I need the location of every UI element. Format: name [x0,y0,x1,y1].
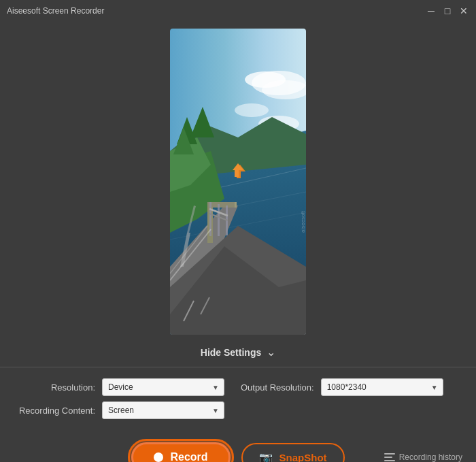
svg-text:aiseesoft: aiseesoft [300,210,306,233]
recording-content-label: Recording Content: [14,406,95,416]
history-lines-icon [384,453,395,461]
record-button[interactable]: Record [131,442,230,462]
svg-rect-26 [218,204,220,236]
output-resolution-select-wrapper[interactable]: 1080*2340 720*1560 1440*3040 [321,378,443,396]
window-controls: ─ □ ✕ [426,5,469,16]
phone-preview: aiseesoft [170,29,306,335]
recording-content-select-wrapper[interactable]: Screen Audio Webcam [102,401,224,419]
output-resolution-label: Output Resolution: [241,382,314,393]
settings-panel: Resolution: Device Custom Full Screen Ou… [0,373,476,433]
resolution-label: Resolution: [14,382,95,393]
svg-rect-39 [235,170,239,177]
maximize-button[interactable]: □ [442,5,453,16]
recording-content-row: Recording Content: Screen Audio Webcam [14,401,462,419]
snapshot-label: SnapShot [279,452,327,463]
chevron-down-icon[interactable]: ⌄ [267,346,275,359]
resolution-select[interactable]: Device Custom Full Screen [102,378,224,396]
title-bar: Aiseesoft Screen Recorder ─ □ ✕ [0,0,476,22]
recording-history-button[interactable]: Recording history [384,452,462,462]
recording-content-select[interactable]: Screen Audio Webcam [102,401,224,419]
svg-point-4 [235,103,269,117]
preview-area: aiseesoft [0,22,476,340]
resolution-select-wrapper[interactable]: Device Custom Full Screen [102,378,224,396]
hide-settings-label: Hide Settings [201,347,261,358]
preview-image: aiseesoft [170,29,306,335]
hide-settings-row[interactable]: Hide Settings ⌄ [0,340,476,367]
minimize-button[interactable]: ─ [426,5,437,16]
record-label: Record [170,451,207,462]
recording-history-label: Recording history [399,452,462,462]
buttons-row: Record 📷 SnapShot Recording history [0,433,476,462]
app-title: Aiseesoft Screen Recorder [7,6,104,16]
divider [0,367,476,367]
resolution-row: Resolution: Device Custom Full Screen Ou… [14,378,462,396]
record-dot-icon [154,452,163,462]
output-resolution-select[interactable]: 1080*2340 720*1560 1440*3040 [321,378,443,396]
close-button[interactable]: ✕ [458,5,469,16]
snapshot-button[interactable]: 📷 SnapShot [241,443,345,463]
camera-icon: 📷 [259,451,273,463]
